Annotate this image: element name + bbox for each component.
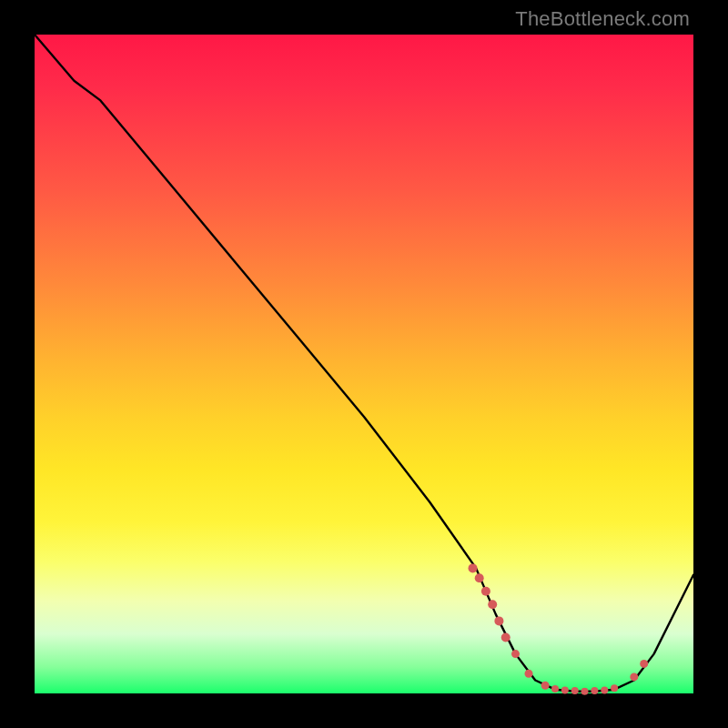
highlight-marker [581, 688, 589, 695]
highlight-marker [561, 686, 569, 693]
highlight-markers [469, 563, 649, 694]
plot-area [35, 35, 693, 693]
highlight-marker [611, 684, 618, 692]
watermark-text: TheBottleneck.com [515, 7, 690, 31]
highlight-marker [630, 672, 638, 681]
chart-frame: TheBottleneck.com [0, 0, 728, 728]
bottleneck-curve-svg [35, 35, 693, 693]
highlight-marker [640, 660, 648, 668]
highlight-marker [541, 682, 550, 690]
highlight-marker [494, 616, 503, 625]
highlight-marker [488, 600, 497, 609]
highlight-marker [469, 563, 478, 572]
highlight-marker [501, 633, 511, 642]
highlight-marker [601, 686, 608, 693]
highlight-marker [525, 670, 533, 678]
highlight-marker [511, 650, 520, 658]
highlight-marker [475, 573, 484, 582]
highlight-marker [551, 685, 559, 693]
bottleneck-curve-line [35, 35, 693, 692]
highlight-marker [481, 587, 490, 596]
highlight-marker [591, 687, 598, 694]
highlight-marker [571, 687, 579, 694]
